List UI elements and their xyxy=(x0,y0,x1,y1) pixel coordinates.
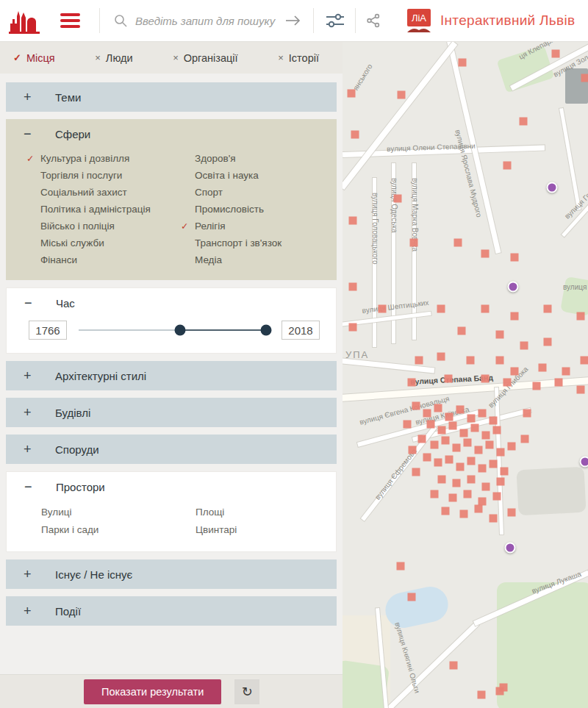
map-marker-place[interactable] xyxy=(438,426,446,435)
map-marker-place[interactable] xyxy=(442,507,450,515)
map-marker-place[interactable] xyxy=(423,410,431,418)
map-marker-place[interactable] xyxy=(523,410,531,418)
sphere-option[interactable]: Здоров'я xyxy=(160,150,282,167)
map-marker-place[interactable] xyxy=(496,357,504,365)
year-to-box[interactable]: 2018 xyxy=(282,321,320,340)
map-marker-place[interactable] xyxy=(418,435,426,443)
section-chas-header[interactable]: − Час xyxy=(7,288,336,318)
map-marker-cluster[interactable] xyxy=(580,457,588,468)
map-marker-place[interactable] xyxy=(445,413,453,421)
map-marker-place[interactable] xyxy=(460,510,468,518)
slider-handle-right[interactable] xyxy=(260,325,271,336)
section-prostory-header[interactable]: − Простори xyxy=(7,472,336,501)
map-marker-place[interactable] xyxy=(437,353,445,361)
map-marker-place[interactable] xyxy=(490,417,498,425)
show-results-button[interactable]: Показати результати xyxy=(84,679,221,704)
map-marker-place[interactable] xyxy=(500,684,508,692)
map-marker-place[interactable] xyxy=(456,406,465,414)
map-marker-place[interactable] xyxy=(475,505,483,513)
search-input[interactable] xyxy=(135,15,282,27)
map-marker-place[interactable] xyxy=(456,463,465,471)
map-marker-place[interactable] xyxy=(508,443,516,451)
map-marker-place[interactable] xyxy=(493,493,501,501)
map-marker-place[interactable] xyxy=(450,662,458,670)
map-marker-place[interactable] xyxy=(475,446,483,454)
tab-orhanizatsii[interactable]: ×Організації xyxy=(173,52,237,64)
map-marker-place[interactable] xyxy=(478,465,487,473)
sphere-option[interactable]: Медіа xyxy=(160,251,282,268)
sphere-option[interactable]: Спорт xyxy=(160,184,282,201)
map-marker-place[interactable] xyxy=(544,338,552,346)
lviv-skyline-logo[interactable] xyxy=(9,7,41,34)
map-marker-place[interactable] xyxy=(490,460,498,468)
map-marker-place[interactable] xyxy=(434,459,442,467)
map-marker-place[interactable] xyxy=(351,131,359,139)
map-marker-place[interactable] xyxy=(555,379,563,387)
map-marker-place[interactable] xyxy=(478,691,486,699)
map-marker-place[interactable] xyxy=(449,422,457,430)
map-marker-place[interactable] xyxy=(478,410,487,418)
map-marker-place[interactable] xyxy=(404,421,412,429)
share-icon[interactable] xyxy=(366,13,381,28)
year-from-box[interactable]: 1766 xyxy=(29,321,67,340)
map-marker-place[interactable] xyxy=(445,456,453,464)
sphere-option[interactable]: Промисловість xyxy=(160,201,282,218)
map-marker-place[interactable] xyxy=(486,441,494,449)
map-marker-place[interactable] xyxy=(408,379,416,387)
map-marker-place[interactable] xyxy=(481,305,490,313)
map-marker-place[interactable] xyxy=(481,250,490,258)
tab-liudy[interactable]: ×Люди xyxy=(95,52,132,64)
sphere-option[interactable]: Фінанси xyxy=(6,251,160,268)
prostory-option[interactable]: Площі xyxy=(161,503,237,521)
map-marker-place[interactable] xyxy=(409,446,417,454)
prostory-option[interactable]: Вулиці xyxy=(7,503,161,521)
section-arkhstyli-header[interactable]: + Архітектурні стилі xyxy=(6,361,337,390)
map-marker-place[interactable] xyxy=(501,468,509,476)
time-slider[interactable] xyxy=(79,321,270,340)
map-marker-place[interactable] xyxy=(431,490,439,498)
map-marker-place[interactable] xyxy=(410,239,418,247)
map-marker-place[interactable] xyxy=(503,379,512,387)
map-marker-place[interactable] xyxy=(521,435,529,443)
map-marker-place[interactable] xyxy=(539,364,547,372)
map-marker-place[interactable] xyxy=(349,323,357,332)
lia-logo[interactable]: ЛіА xyxy=(407,9,431,32)
sphere-option[interactable]: Освіта і наука xyxy=(160,167,282,184)
map-marker-place[interactable] xyxy=(437,305,445,313)
map-marker-place[interactable] xyxy=(481,375,490,383)
map-marker-place[interactable] xyxy=(453,444,461,452)
map-marker-place[interactable] xyxy=(562,368,570,376)
section-sfery-header[interactable]: − Сфери xyxy=(6,119,337,149)
map-marker-place[interactable] xyxy=(496,331,504,339)
sphere-option[interactable]: Військо і поліція xyxy=(6,218,160,235)
section-podii-header[interactable]: + Події xyxy=(6,596,337,626)
map-marker-cluster[interactable] xyxy=(508,282,519,293)
map-marker-place[interactable] xyxy=(394,195,402,203)
search-submit-arrow-icon[interactable] xyxy=(285,15,301,26)
map-marker-place[interactable] xyxy=(471,424,479,432)
map-marker-place[interactable] xyxy=(533,382,541,390)
section-temy-header[interactable]: + Теми xyxy=(6,82,337,112)
map-marker-place[interactable] xyxy=(412,402,420,410)
map-marker-place[interactable] xyxy=(397,562,405,571)
sphere-option[interactable]: ✓Релігія xyxy=(160,218,282,235)
map-marker-place[interactable] xyxy=(482,483,490,491)
map-marker-place[interactable] xyxy=(577,312,585,321)
map-marker-place[interactable] xyxy=(464,439,472,447)
map-marker-place[interactable] xyxy=(427,421,435,429)
map-marker-place[interactable] xyxy=(467,457,476,465)
map-marker-place[interactable] xyxy=(415,357,423,365)
menu-icon[interactable] xyxy=(60,13,80,28)
map-marker-place[interactable] xyxy=(511,368,519,376)
map-marker-place[interactable] xyxy=(408,593,416,601)
map-marker-place[interactable] xyxy=(503,162,512,170)
slider-handle-left[interactable] xyxy=(174,325,185,336)
map-marker-place[interactable] xyxy=(349,217,357,225)
map-marker-place[interactable] xyxy=(467,415,476,423)
map-marker-place[interactable] xyxy=(434,404,442,412)
map-marker-place[interactable] xyxy=(449,494,457,502)
map-marker-place[interactable] xyxy=(544,305,552,313)
sphere-option[interactable]: Транспорт і зв'язок xyxy=(160,235,282,251)
map-marker-place[interactable] xyxy=(508,509,516,517)
map-marker-place[interactable] xyxy=(552,50,560,58)
